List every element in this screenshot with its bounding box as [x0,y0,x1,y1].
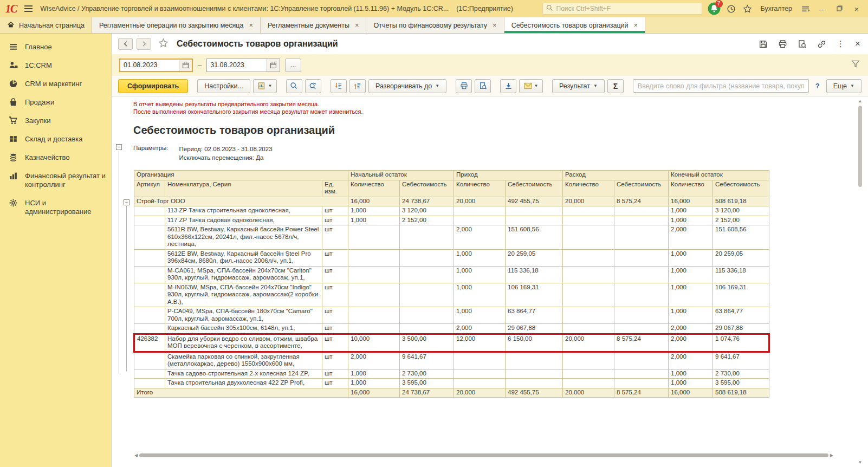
generate-button[interactable]: Сформировать [118,79,188,93]
value-cell[interactable]: 20,000 [563,197,614,206]
expand-groups-button[interactable] [349,79,366,93]
value-cell[interactable] [614,206,669,216]
column-header[interactable]: Количество [454,180,506,197]
value-cell[interactable]: 1,000 [454,283,506,307]
calendar-icon[interactable] [267,59,280,72]
minimize-button[interactable]: – [816,4,828,14]
period-variants-button[interactable]: ... [285,59,301,72]
article-cell[interactable] [134,352,165,369]
value-cell[interactable] [614,324,669,334]
value-cell[interactable] [400,324,454,334]
help-button[interactable]: ? [812,79,824,93]
article-cell[interactable] [134,266,165,283]
save-result-button[interactable] [500,79,516,93]
sidebar-item-9[interactable]: НСИ и администрирование [0,194,111,221]
value-cell[interactable] [454,369,506,379]
value-cell[interactable] [348,324,400,334]
column-group-header[interactable]: Расход [563,171,669,180]
column-header[interactable]: Себестоимость [400,180,454,197]
value-cell[interactable] [506,216,563,225]
value-cell[interactable]: 1,000 [348,369,400,379]
value-cell[interactable]: 2 730,00 [400,369,454,379]
value-cell[interactable]: 1,000 [454,266,506,283]
link-icon[interactable] [817,40,826,49]
value-cell[interactable]: 106 169,31 [713,283,769,307]
tab-close-icon[interactable]: × [249,21,253,29]
value-cell[interactable]: 508 619,18 [713,197,769,206]
value-cell[interactable]: 16,000 [669,388,713,398]
value-cell[interactable]: 151 608,56 [506,225,563,250]
value-cell[interactable]: 63 864,77 [713,307,769,324]
value-cell[interactable] [614,379,669,388]
horizontal-scroll-thumb[interactable] [139,453,828,457]
date-to-field[interactable] [206,59,280,72]
column-header[interactable]: Количество [348,180,400,197]
user-menu-button[interactable] [800,3,811,14]
value-cell[interactable]: 8 575,24 [614,334,669,352]
collapse-level1-toggle[interactable]: − [116,144,122,150]
value-cell[interactable] [563,216,614,225]
value-cell[interactable]: 115 336,18 [713,266,769,283]
favorites-button[interactable] [742,3,753,14]
article-cell[interactable] [134,249,165,266]
current-user[interactable]: Бухгалтер [761,5,792,12]
value-cell[interactable] [454,352,506,369]
value-cell[interactable]: 2,000 [669,352,713,369]
value-cell[interactable] [563,266,614,283]
value-cell[interactable]: 8 575,24 [614,197,669,206]
value-cell[interactable] [454,206,506,216]
value-cell[interactable] [563,369,614,379]
scroll-right-icon[interactable]: ▶ [830,453,833,458]
notifications-button[interactable]: 7 [708,2,721,15]
column-group-header[interactable]: Конечный остаток [669,171,769,180]
value-cell[interactable] [614,307,669,324]
find-button[interactable] [286,79,302,93]
column-group-header[interactable]: Приход [454,171,563,180]
value-cell[interactable] [563,249,614,266]
nomenclature-cell[interactable]: Тачка строительная двухколесная 422 ZP P… [165,379,322,388]
sidebar-item-8[interactable]: Финансовый результат и контроллинг [0,167,111,194]
value-cell[interactable]: 1,000 [348,206,400,216]
sidebar-item-7[interactable]: Казначейство [0,148,111,167]
vertical-scrollbar[interactable]: ▲ ▼ [857,99,864,465]
value-cell[interactable]: 1,000 [669,283,713,307]
value-cell[interactable]: 1 074,76 [713,334,769,352]
sidebar-item-3[interactable]: CRM и маркетинг [0,75,111,93]
article-cell[interactable]: 426382 [134,334,165,352]
close-tab-icon[interactable]: × [855,38,860,49]
value-cell[interactable] [348,307,400,324]
more-menu-icon[interactable]: ⋮ [837,39,845,49]
tab-5[interactable]: Себестоимость товаров организаций× [504,17,646,33]
unit-cell[interactable]: шт [322,334,348,352]
value-cell[interactable]: 10,000 [348,334,400,352]
value-cell[interactable]: 2,000 [454,324,506,334]
value-cell[interactable]: 9 641,67 [400,352,454,369]
sidebar-item-1[interactable]: Главное [0,38,111,56]
expand-to-button[interactable]: Разворачивать до ▼ [368,79,446,93]
value-cell[interactable]: 16,000 [348,388,400,398]
article-cell[interactable] [134,379,165,388]
column-header[interactable]: Количество [563,180,614,197]
restore-button[interactable] [833,4,845,14]
unit-cell[interactable]: шт [322,324,348,334]
value-cell[interactable]: 2,000 [348,352,400,369]
print-icon[interactable] [778,40,787,49]
value-cell[interactable]: 115 336,18 [506,266,563,283]
value-cell[interactable]: 2 152,00 [400,216,454,225]
value-cell[interactable]: 63 864,77 [506,307,563,324]
date-from-input[interactable] [120,60,179,71]
value-cell[interactable] [400,307,454,324]
value-cell[interactable]: 20 259,05 [713,249,769,266]
value-cell[interactable] [614,369,669,379]
value-cell[interactable]: 1,000 [669,379,713,388]
date-from-field[interactable] [119,59,193,72]
unit-cell[interactable]: шт [322,369,348,379]
tab-4[interactable]: Отчеты по финансовому результату× [366,17,504,33]
sum-button[interactable]: Σ [607,79,624,93]
value-cell[interactable]: 1,000 [454,249,506,266]
save-icon[interactable] [759,40,768,49]
value-cell[interactable]: 20 259,05 [506,249,563,266]
article-cell[interactable] [134,324,165,334]
value-cell[interactable]: 29 067,88 [713,324,769,334]
value-cell[interactable]: 1,000 [348,379,400,388]
